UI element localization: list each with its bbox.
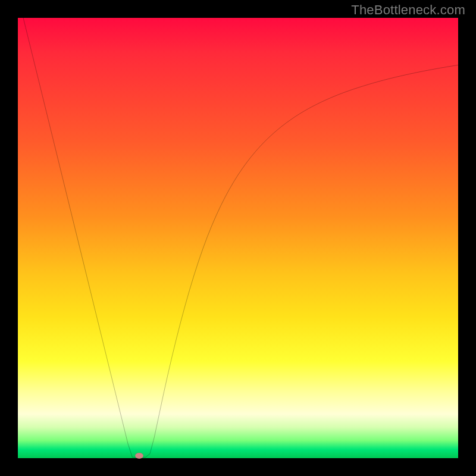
bottleneck-curve <box>18 18 458 458</box>
chart-frame: TheBottleneck.com <box>0 0 476 476</box>
watermark-text: TheBottleneck.com <box>351 2 465 18</box>
minimum-marker <box>135 453 143 459</box>
curve-svg <box>18 18 458 458</box>
plot-area <box>18 18 458 458</box>
